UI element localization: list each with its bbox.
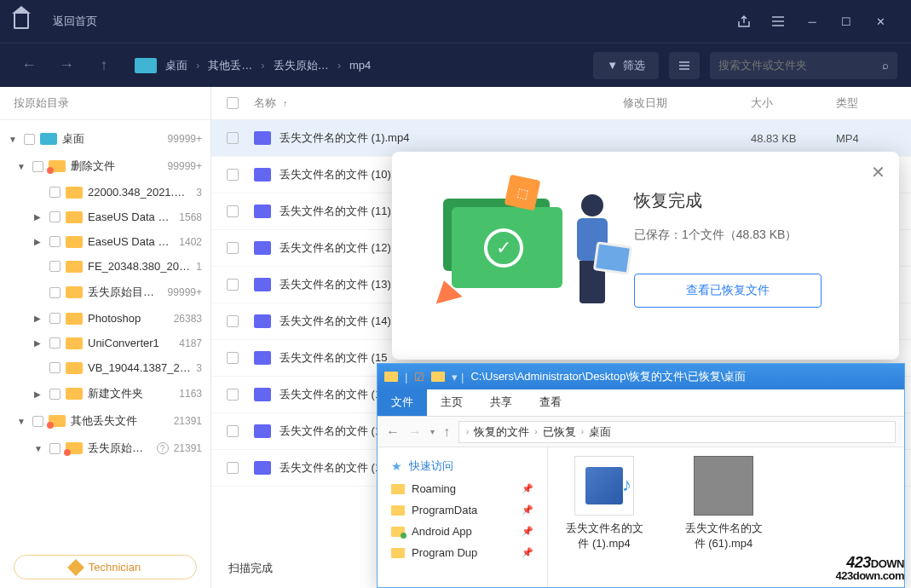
help-icon[interactable]: ? bbox=[157, 442, 169, 454]
view-recovered-button[interactable]: 查看已恢复文件 bbox=[634, 274, 822, 308]
tree-item[interactable]: 22000.348_2021.11… 3 bbox=[0, 180, 210, 205]
checkbox[interactable] bbox=[49, 313, 61, 324]
checkbox[interactable] bbox=[49, 443, 61, 454]
nav-back-icon[interactable]: ← bbox=[14, 50, 44, 81]
expand-icon[interactable]: ▶ bbox=[34, 338, 44, 348]
checkbox[interactable] bbox=[24, 134, 35, 145]
technician-badge[interactable]: Technician bbox=[14, 555, 197, 579]
expand-icon[interactable]: ▶ bbox=[34, 389, 44, 399]
menu-icon[interactable] bbox=[761, 4, 795, 38]
expand-icon[interactable]: ▶ bbox=[34, 237, 44, 246]
expand-icon[interactable]: ▶ bbox=[34, 314, 44, 323]
watermark: 423DOWN 423down.com bbox=[836, 555, 904, 581]
folder-icon bbox=[384, 372, 398, 382]
row-checkbox[interactable] bbox=[227, 315, 239, 327]
explorer-address-bar[interactable]: › 恢复的文件› 已恢复› 桌面 bbox=[458, 421, 896, 443]
nav-forward-icon[interactable]: → bbox=[51, 50, 82, 81]
col-name[interactable]: 名称 bbox=[254, 95, 276, 111]
crumb-2[interactable]: 丢失原始… bbox=[274, 58, 329, 73]
explorer-titlebar[interactable]: | ☑ ▾ | C:\Users\Administrator\Desktop\恢… bbox=[378, 364, 904, 389]
select-all-checkbox[interactable] bbox=[227, 97, 239, 109]
row-checkbox[interactable] bbox=[227, 205, 239, 217]
maximize-button[interactable]: ☐ bbox=[829, 4, 863, 38]
crumb-1[interactable]: 其他丢… bbox=[208, 58, 252, 73]
col-size[interactable]: 大小 bbox=[751, 95, 836, 111]
tree-item[interactable]: VB_19044.1387_20… 3 bbox=[0, 355, 210, 380]
tree-item[interactable]: ▼ 其他丢失文件 21391 bbox=[0, 407, 210, 435]
sort-icon[interactable]: ↑ bbox=[283, 98, 288, 108]
tree-item[interactable]: ▼ 删除文件 99999+ bbox=[0, 153, 210, 180]
search-icon[interactable]: ⌕ bbox=[882, 59, 889, 72]
checkbox[interactable] bbox=[32, 161, 43, 172]
expand-icon[interactable]: ▼ bbox=[17, 162, 27, 171]
video-icon bbox=[254, 241, 271, 255]
tree-item[interactable]: FE_20348.380_202… 1 bbox=[0, 254, 210, 279]
tree-item[interactable]: ▶ EaseUS Data Re… 1402 bbox=[0, 229, 210, 254]
quick-access-item[interactable]: Program Dup 📌 bbox=[378, 542, 547, 563]
explorer-tab[interactable]: 文件 bbox=[378, 389, 427, 416]
tree-item[interactable]: ▶ 新建文件夹 1163 bbox=[0, 380, 210, 407]
expand-icon[interactable]: ▶ bbox=[34, 212, 44, 222]
minimize-button[interactable]: ─ bbox=[795, 4, 829, 38]
tree-count: 99999+ bbox=[168, 160, 202, 172]
tree-item[interactable]: ▼ 丢失原始名… ? 21391 bbox=[0, 435, 210, 462]
quick-access-item[interactable]: Android App 📌 bbox=[378, 521, 547, 542]
nav-up-icon[interactable]: ↑ bbox=[89, 50, 119, 81]
row-checkbox[interactable] bbox=[227, 389, 239, 401]
col-date[interactable]: 修改日期 bbox=[623, 95, 751, 111]
filter-button[interactable]: ▼ 筛选 bbox=[593, 52, 659, 79]
row-checkbox[interactable] bbox=[227, 132, 239, 144]
row-checkbox[interactable] bbox=[227, 462, 239, 474]
tree-item[interactable]: ▶ Photoshop 26383 bbox=[0, 306, 210, 331]
expand-icon[interactable]: ▼ bbox=[9, 135, 19, 144]
explorer-tab[interactable]: 主页 bbox=[427, 389, 476, 416]
home-icon[interactable] bbox=[14, 14, 29, 29]
row-checkbox[interactable] bbox=[227, 352, 239, 364]
checkbox[interactable] bbox=[49, 337, 61, 349]
file-card[interactable]: 丢失文件名的文件 (61).mp4 bbox=[681, 456, 766, 551]
checkbox[interactable] bbox=[49, 389, 61, 400]
file-card[interactable]: 丢失文件名的文件 (1).mp4 bbox=[562, 456, 647, 551]
expand-icon[interactable]: ▼ bbox=[17, 417, 27, 426]
tree-item[interactable]: ▶ UniConverter1 4187 bbox=[0, 331, 210, 355]
close-button[interactable]: ✕ bbox=[863, 4, 897, 38]
pin-icon: 📌 bbox=[522, 504, 533, 516]
search-input[interactable]: ⌕ bbox=[710, 52, 897, 79]
row-checkbox[interactable] bbox=[227, 242, 239, 254]
row-checkbox[interactable] bbox=[227, 425, 239, 437]
row-checkbox[interactable] bbox=[227, 169, 239, 181]
checkbox[interactable] bbox=[49, 287, 61, 298]
tree-count: 1568 bbox=[179, 211, 202, 223]
explorer-tab[interactable]: 共享 bbox=[476, 389, 526, 416]
checkbox[interactable] bbox=[49, 362, 61, 373]
explorer-tab[interactable]: 查看 bbox=[526, 389, 575, 416]
checkbox[interactable] bbox=[49, 187, 61, 198]
exp-recent-icon[interactable]: ▾ bbox=[430, 427, 435, 436]
file-name: 丢失文件名的文件 (1).mp4 bbox=[280, 130, 623, 146]
col-type[interactable]: 类型 bbox=[836, 95, 896, 111]
expand-icon[interactable]: ▼ bbox=[34, 444, 44, 453]
checkbox[interactable] bbox=[49, 211, 61, 222]
folder-icon bbox=[49, 415, 66, 427]
exp-up-icon[interactable]: ↑ bbox=[443, 424, 450, 440]
tree-label: FE_20348.380_202… bbox=[88, 260, 191, 273]
quick-access-item[interactable]: ProgramData 📌 bbox=[378, 499, 547, 521]
crumb-0[interactable]: 桌面 bbox=[165, 58, 187, 73]
checkbox[interactable] bbox=[32, 416, 43, 427]
row-checkbox[interactable] bbox=[227, 279, 239, 291]
share-icon[interactable] bbox=[727, 4, 761, 38]
back-home-link[interactable]: 返回首页 bbox=[53, 14, 97, 29]
modal-close-button[interactable]: ✕ bbox=[871, 162, 885, 182]
quick-access-item[interactable]: Roaming 📌 bbox=[378, 478, 547, 499]
tree-item[interactable]: ▶ EaseUS Data Re… 1568 bbox=[0, 205, 210, 229]
tree-item[interactable]: ▼ 桌面 99999+ bbox=[0, 125, 210, 153]
tree-item[interactable]: 丢失原始目录… 99999+ bbox=[0, 279, 210, 306]
view-list-button[interactable] bbox=[669, 52, 700, 79]
crumb-3[interactable]: mp4 bbox=[349, 59, 371, 72]
checkbox[interactable] bbox=[49, 236, 61, 247]
quick-access-header[interactable]: ★ 快速访问 bbox=[378, 454, 547, 478]
exp-forward-icon[interactable]: → bbox=[408, 424, 422, 440]
checkbox[interactable] bbox=[49, 261, 61, 272]
exp-back-icon[interactable]: ← bbox=[386, 424, 400, 440]
search-field[interactable] bbox=[718, 59, 882, 72]
